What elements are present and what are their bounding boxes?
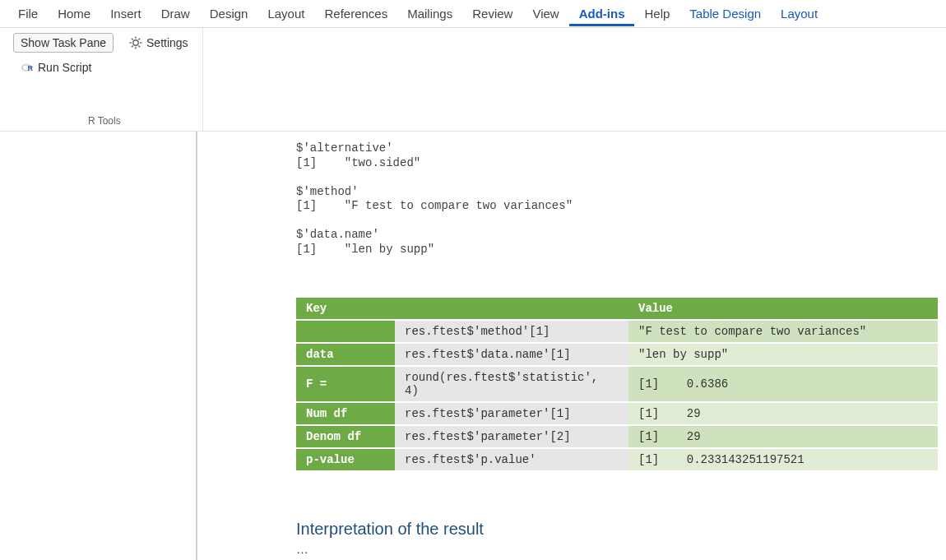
row-label: p-value (296, 448, 395, 471)
row-code: res.ftest$'data.name'[1] (395, 343, 628, 366)
tab-layout-contextual[interactable]: Layout (771, 2, 828, 25)
row-code: res.ftest$'p.value' (395, 448, 628, 471)
document-area: $'alternative' [1] "two.sided" $'method'… (0, 132, 946, 560)
row-code: round(res.ftest$'statistic', 4) (395, 366, 628, 402)
svg-line-6 (138, 45, 140, 47)
table-header-row: Key Value (296, 298, 938, 320)
table-row[interactable]: res.ftest$'method'[1] "F test to compare… (296, 320, 938, 343)
header-value: Value (628, 298, 938, 320)
row-value: [1] 0.233143251197521 (628, 448, 938, 471)
r-logo-icon: R (21, 61, 34, 74)
r-console-output: $'alternative' [1] "two.sided" $'method'… (296, 141, 938, 257)
ribbon-group-r-tools: Show Task Pane Settings R Run Script R T… (8, 28, 203, 131)
table-row[interactable]: p-value res.ftest$'p.value' [1] 0.233143… (296, 448, 938, 471)
tab-references[interactable]: References (314, 2, 397, 25)
header-key: Key (296, 298, 628, 320)
row-label: F = (296, 366, 395, 402)
show-task-pane-label: Show Task Pane (21, 36, 106, 49)
tab-draw[interactable]: Draw (151, 2, 200, 25)
table-row[interactable]: Num df res.ftest$'parameter'[1] [1] 29 (296, 402, 938, 425)
row-code: res.ftest$'parameter'[1] (395, 402, 628, 425)
tab-design[interactable]: Design (200, 2, 258, 25)
page-content[interactable]: $'alternative' [1] "two.sided" $'method'… (197, 132, 946, 560)
row-label (296, 320, 395, 343)
row-value: [1] 29 (628, 425, 938, 448)
tab-layout[interactable]: Layout (257, 2, 314, 25)
row-value: "len by supp" (628, 343, 938, 366)
ribbon-group-label: R Tools (13, 115, 196, 129)
ribbon-tabs: File Home Insert Draw Design Layout Refe… (0, 0, 946, 28)
row-code: res.ftest$'method'[1] (395, 320, 628, 343)
svg-line-5 (132, 39, 133, 40)
row-label: Num df (296, 402, 395, 425)
tab-file[interactable]: File (8, 2, 48, 25)
tab-view[interactable]: View (522, 2, 568, 25)
row-value: [1] 29 (628, 402, 938, 425)
row-value: [1] 0.6386 (628, 366, 938, 402)
svg-point-0 (133, 40, 138, 45)
ftest-result-table[interactable]: Key Value res.ftest$'method'[1] "F test … (296, 298, 938, 472)
run-script-label: Run Script (38, 61, 91, 74)
svg-line-8 (138, 39, 140, 40)
svg-text:R: R (27, 64, 33, 72)
tab-review[interactable]: Review (462, 2, 522, 25)
section-heading: Interpretation of the result (296, 520, 938, 539)
table-row[interactable]: Denom df res.ftest$'parameter'[2] [1] 29 (296, 425, 938, 448)
row-label: Denom df (296, 425, 395, 448)
table-row[interactable]: data res.ftest$'data.name'[1] "len by su… (296, 343, 938, 366)
ribbon-toolbar: Show Task Pane Settings R Run Script R T… (0, 28, 946, 132)
tab-mailings[interactable]: Mailings (397, 2, 462, 25)
tab-help[interactable]: Help (634, 2, 679, 25)
row-code: res.ftest$'parameter'[2] (395, 425, 628, 448)
page-gutter (0, 132, 197, 560)
show-task-pane-button[interactable]: Show Task Pane (13, 33, 114, 53)
tab-home[interactable]: Home (48, 2, 100, 25)
table-row[interactable]: F = round(res.ftest$'statistic', 4) [1] … (296, 366, 938, 402)
row-label: data (296, 343, 395, 366)
settings-label: Settings (146, 36, 188, 49)
section-body: … (296, 542, 938, 556)
gear-icon (129, 36, 142, 49)
tab-table-design[interactable]: Table Design (679, 2, 771, 25)
settings-button[interactable]: Settings (122, 33, 196, 53)
svg-line-7 (132, 45, 133, 47)
tab-add-ins[interactable]: Add-ins (569, 2, 635, 26)
tab-insert[interactable]: Insert (100, 2, 151, 25)
run-script-button[interactable]: R Run Script (13, 58, 99, 77)
row-value: "F test to compare two variances" (628, 320, 938, 343)
